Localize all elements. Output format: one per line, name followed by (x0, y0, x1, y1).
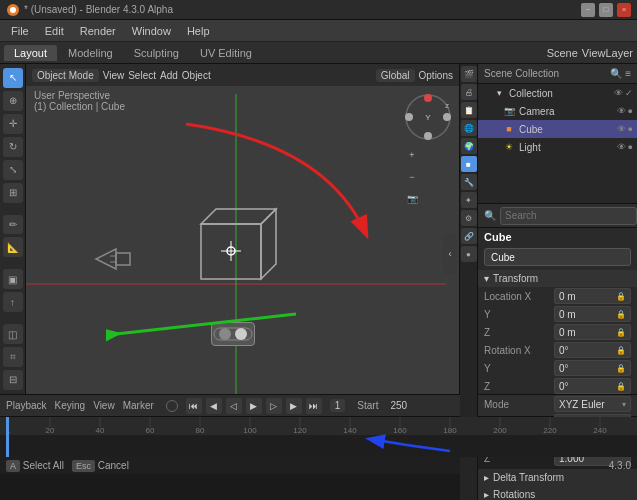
transform-mode[interactable]: Global (376, 69, 415, 82)
tool-rotate[interactable]: ↻ (3, 137, 23, 157)
particle-properties-tab[interactable]: ✦ (461, 192, 477, 208)
material-properties-tab[interactable]: ● (461, 246, 477, 262)
exclude-icon[interactable]: ✓ (625, 88, 633, 98)
tool-bevel[interactable]: ⌗ (3, 347, 23, 367)
jump-start-button[interactable]: ⏮ (186, 398, 202, 414)
location-z-value[interactable]: 0 m 🔒 (554, 324, 631, 340)
outliner-filter-icon[interactable]: 🔍 (610, 68, 622, 79)
workspace-bar: Layout Modeling Sculpting UV Editing Sce… (0, 42, 637, 64)
tool-measure[interactable]: 📐 (3, 237, 23, 257)
menu-edit[interactable]: Edit (38, 23, 71, 39)
location-x-label: Location X (484, 291, 554, 302)
window-title: * (Unsaved) - Blender 4.3.0 Alpha (24, 4, 173, 15)
viewport-perspective-label: User Perspective (1) Collection | Cube (34, 90, 125, 112)
keying-menu[interactable]: Keying (55, 400, 86, 411)
light-eye-icon[interactable]: 👁 (617, 142, 626, 152)
constraints-properties-tab[interactable]: 🔗 (461, 228, 477, 244)
physics-properties-tab[interactable]: ⚙ (461, 210, 477, 226)
outliner-light[interactable]: ☀ Light 👁 ● (478, 138, 637, 156)
select-menu[interactable]: Select (128, 70, 156, 81)
mode-selector[interactable]: Object Mode (32, 69, 99, 82)
rotation-mode-value[interactable]: XYZ Euler ▾ (554, 396, 631, 412)
prev-keyframe-button[interactable]: ◁ (226, 398, 242, 414)
rotation-mode-label: Mode (484, 399, 554, 410)
next-frame-button[interactable]: ▶ (286, 398, 302, 414)
location-y-value[interactable]: 0 m 🔒 (554, 306, 631, 322)
transform-header[interactable]: ▾ Transform (478, 270, 637, 287)
tool-annotate[interactable]: ✏ (3, 215, 23, 235)
playback-menu[interactable]: Playback (6, 400, 47, 411)
menu-file[interactable]: File (4, 23, 36, 39)
menu-render[interactable]: Render (73, 23, 123, 39)
properties-search-input[interactable] (500, 207, 637, 225)
tool-box-select[interactable]: ▣ (3, 269, 23, 289)
light-restrict-icon[interactable]: ● (628, 142, 633, 152)
viewport-3d[interactable]: Object Mode View Select Add Object Globa… (26, 64, 459, 394)
zoom-out-button[interactable]: − (403, 168, 421, 186)
panel-toggle-button[interactable]: ‹ (443, 234, 457, 274)
menu-help[interactable]: Help (180, 23, 217, 39)
camera-item-icon: 📷 (502, 104, 516, 118)
tool-extrude[interactable]: ↑ (3, 292, 23, 312)
outliner-cube[interactable]: ■ Cube 👁 ● (478, 120, 637, 138)
tool-scale[interactable]: ⤡ (3, 160, 23, 180)
outliner-camera[interactable]: 📷 Camera 👁 ● (478, 102, 637, 120)
cube-restrict-icon[interactable]: ● (628, 124, 633, 134)
eye-icon[interactable]: 👁 (614, 88, 623, 98)
view-menu[interactable]: View (103, 70, 125, 81)
current-frame-display[interactable]: 1 (330, 399, 346, 412)
tool-loopcut[interactable]: ⊟ (3, 370, 23, 390)
object-properties-tab[interactable]: ■ (461, 156, 477, 172)
rotation-lock-icon: 🔒 (616, 346, 626, 355)
world-properties-tab[interactable]: 🌍 (461, 138, 477, 154)
outliner-options-icon[interactable]: ≡ (625, 68, 631, 79)
zoom-in-button[interactable]: + (403, 146, 421, 164)
tool-cursor[interactable]: ⊕ (3, 91, 23, 111)
rotations-header[interactable]: ▸ Rotations (478, 486, 637, 500)
cube-eye-icon[interactable]: 👁 (617, 124, 626, 134)
add-menu[interactable]: Add (160, 70, 178, 81)
rotation-z-value[interactable]: 0° 🔒 (554, 378, 631, 394)
tab-sculpting[interactable]: Sculpting (124, 45, 189, 61)
next-keyframe-button[interactable]: ▷ (266, 398, 282, 414)
minimize-button[interactable]: − (581, 3, 595, 17)
object-menu[interactable]: Object (182, 70, 211, 81)
modifier-properties-tab[interactable]: 🔧 (461, 174, 477, 190)
tool-transform[interactable]: ⊞ (3, 183, 23, 203)
play-button[interactable]: ▶ (246, 398, 262, 414)
title-bar-controls: − □ × (581, 3, 631, 17)
options-label[interactable]: Options (419, 70, 453, 81)
tool-select[interactable]: ↖ (3, 68, 23, 88)
rotation-x-value[interactable]: 0° 🔒 (554, 342, 631, 358)
view-layer-properties-tab[interactable]: 📋 (461, 102, 477, 118)
render-properties-tab[interactable]: 🎬 (461, 66, 477, 82)
rotation-y-value[interactable]: 0° 🔒 (554, 360, 631, 376)
menu-window[interactable]: Window (125, 23, 178, 39)
toggle-switch[interactable] (211, 322, 255, 346)
output-properties-tab[interactable]: 🖨 (461, 84, 477, 100)
camera-view-button[interactable]: 📷 (403, 190, 421, 208)
marker-menu[interactable]: Marker (123, 400, 154, 411)
outliner-collection[interactable]: ▾ Collection 👁 ✓ (478, 84, 637, 102)
scene-properties-tab[interactable]: 🌐 (461, 120, 477, 136)
camera-restrict-icon[interactable]: ● (628, 106, 633, 116)
svg-text:180: 180 (443, 426, 457, 435)
object-name-field[interactable]: Cube (484, 248, 631, 266)
timeline-ruler-area[interactable]: 1 20 40 60 80 100 120 140 160 180 200 22… (0, 417, 637, 457)
location-x-value[interactable]: 0 m 🔒 (554, 288, 631, 304)
prev-frame-button[interactable]: ◀ (206, 398, 222, 414)
delta-transform-header[interactable]: ▸ Delta Transform (478, 469, 637, 486)
close-button[interactable]: × (617, 3, 631, 17)
tool-move[interactable]: ✛ (3, 114, 23, 134)
tab-modeling[interactable]: Modeling (58, 45, 123, 61)
tool-inset[interactable]: ◫ (3, 324, 23, 344)
svg-text:120: 120 (293, 426, 307, 435)
orbit-gizmo[interactable]: Y Z (403, 92, 453, 142)
camera-eye-icon[interactable]: 👁 (617, 106, 626, 116)
tab-layout[interactable]: Layout (4, 45, 57, 61)
jump-end-button[interactable]: ⏭ (306, 398, 322, 414)
tab-uv-editing[interactable]: UV Editing (190, 45, 262, 61)
svg-rect-54 (6, 417, 9, 457)
view-menu-timeline[interactable]: View (93, 400, 115, 411)
maximize-button[interactable]: □ (599, 3, 613, 17)
